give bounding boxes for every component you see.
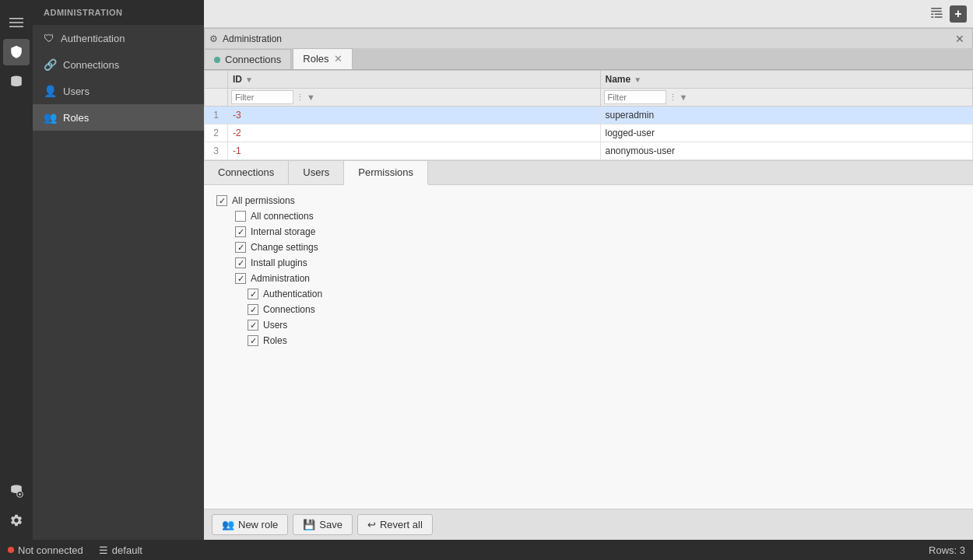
perm-item-all-permissions[interactable]: All permissions xyxy=(216,193,961,208)
list-view-icon[interactable] xyxy=(926,2,947,25)
perm-checkbox-users-perm[interactable] xyxy=(248,320,258,331)
main-content: + ⚙ Administration ✕ Connections Roles ✕ xyxy=(204,0,973,540)
sub-tab-connections[interactable]: Connections xyxy=(204,161,289,184)
perm-checkbox-all-connections[interactable] xyxy=(235,211,246,222)
data-table-container[interactable]: ID ▼ Name ▼ xyxy=(204,70,973,161)
tab-roles-label: Roles xyxy=(303,53,328,65)
id-cell: -3 xyxy=(228,107,601,124)
perm-checkbox-all-permissions[interactable] xyxy=(216,195,227,206)
sidebar-item-roles[interactable]: 👥 Roles xyxy=(33,104,204,131)
revert-button[interactable]: ↩ Revert all xyxy=(357,514,433,535)
id-filter-menu-icon[interactable]: ⋮ xyxy=(296,93,304,103)
perm-checkbox-change-settings[interactable] xyxy=(235,242,246,253)
id-column-header[interactable]: ID ▼ xyxy=(228,71,601,89)
name-column-header[interactable]: Name ▼ xyxy=(600,71,973,89)
svg-rect-8 xyxy=(931,8,942,9)
connection-status-label: Not connected xyxy=(18,544,83,556)
name-sort-arrow: ▼ xyxy=(634,75,641,84)
name-filter-cell: ⋮ ▼ xyxy=(600,89,973,107)
perm-item-connections-perm[interactable]: Connections xyxy=(216,302,961,317)
settings-icon[interactable] xyxy=(3,507,30,534)
name-filter-icon[interactable]: ▼ xyxy=(680,93,688,102)
tab-roles-close[interactable]: ✕ xyxy=(334,53,342,65)
table-body: 1 -3 superadmin 2 -2 logged-user 3 -1 an… xyxy=(205,107,973,160)
sidebar-item-label: Users xyxy=(63,86,90,97)
table-row[interactable]: 2 -2 logged-user xyxy=(205,124,973,142)
new-role-button[interactable]: 👥 New role xyxy=(212,514,288,535)
name-filter-input[interactable] xyxy=(604,90,666,104)
perm-item-authentication[interactable]: Authentication xyxy=(216,286,961,302)
window-close-button[interactable]: ✕ xyxy=(952,32,968,46)
name-cell: superadmin xyxy=(600,107,973,124)
id-filter-cell: ⋮ ▼ xyxy=(228,89,601,107)
tab-roles[interactable]: Roles ✕ xyxy=(293,48,352,69)
perm-label-all-connections: All connections xyxy=(251,211,314,222)
perm-item-roles-perm[interactable]: Roles xyxy=(216,333,961,348)
table-header-row: ID ▼ Name ▼ xyxy=(205,71,973,89)
id-filter-input[interactable] xyxy=(231,90,293,104)
window-area: ⚙ Administration ✕ Connections Roles ✕ xyxy=(204,28,973,509)
perm-label-install-plugins: Install plugins xyxy=(251,257,307,268)
perm-item-change-settings[interactable]: Change settings xyxy=(216,240,961,255)
sidebar-item-authentication[interactable]: 🛡 Authentication xyxy=(33,25,204,51)
perm-checkbox-connections-perm[interactable] xyxy=(248,304,258,315)
perm-label-all-permissions: All permissions xyxy=(232,195,295,206)
id-cell: -2 xyxy=(228,124,601,142)
perm-item-all-connections[interactable]: All connections xyxy=(216,208,961,224)
svg-rect-9 xyxy=(931,11,942,12)
schema-icon: ☰ xyxy=(99,544,108,556)
id-filter-icon[interactable]: ▼ xyxy=(307,93,315,102)
database-plugin-icon[interactable] xyxy=(3,478,30,504)
perm-checkbox-install-plugins[interactable] xyxy=(235,257,246,268)
svg-rect-2 xyxy=(9,26,23,28)
roles-icon: 👥 xyxy=(44,111,57,124)
save-icon: 💾 xyxy=(303,519,315,530)
users-icon: 👤 xyxy=(44,85,57,97)
tab-bar: Connections Roles ✕ xyxy=(204,48,973,70)
tab-connections[interactable]: Connections xyxy=(204,49,291,69)
perm-item-users-perm[interactable]: Users xyxy=(216,317,961,333)
table-row[interactable]: 1 -3 superadmin xyxy=(205,107,973,124)
perm-label-administration: Administration xyxy=(251,273,310,284)
schema-status: ☰ default xyxy=(99,544,142,556)
perm-label-internal-storage: Internal storage xyxy=(251,226,315,237)
perm-item-install-plugins[interactable]: Install plugins xyxy=(216,255,961,271)
data-area: ID ▼ Name ▼ xyxy=(204,70,973,509)
row-number: 1 xyxy=(205,107,228,124)
name-cell: logged-user xyxy=(600,124,973,142)
sub-tab-users[interactable]: Users xyxy=(289,161,344,184)
perm-checkbox-authentication[interactable] xyxy=(248,289,258,299)
shield-icon[interactable] xyxy=(3,39,30,65)
bottom-panel: Connections Users Permissions All permis… xyxy=(204,161,973,509)
perm-label-authentication: Authentication xyxy=(263,289,322,299)
perm-checkbox-administration[interactable] xyxy=(235,273,246,284)
perm-label-change-settings: Change settings xyxy=(251,242,318,253)
name-filter-menu-icon[interactable]: ⋮ xyxy=(669,93,677,103)
sub-tab-permissions[interactable]: Permissions xyxy=(344,161,428,185)
row-number: 2 xyxy=(205,124,228,142)
filter-row-spacer xyxy=(205,89,228,107)
perm-checkbox-internal-storage[interactable] xyxy=(235,226,246,237)
menu-icon[interactable] xyxy=(3,9,30,36)
perm-item-internal-storage[interactable]: Internal storage xyxy=(216,224,961,240)
id-sort-arrow: ▼ xyxy=(245,75,253,84)
action-bar: 👥 New role 💾 Save ↩ Revert all xyxy=(204,509,973,540)
database-icon[interactable] xyxy=(3,68,30,95)
perm-checkbox-roles-perm[interactable] xyxy=(248,335,258,346)
top-bar: + xyxy=(204,0,973,28)
sidebar-item-users[interactable]: 👤 Users xyxy=(33,78,204,104)
icon-bar xyxy=(0,0,33,540)
connection-status-dot xyxy=(8,547,14,553)
window-icon: ⚙ xyxy=(209,33,218,44)
sidebar-item-connections[interactable]: 🔗 Connections xyxy=(33,51,204,78)
sidebar: Administration 🛡 Authentication 🔗 Connec… xyxy=(33,0,204,540)
add-window-icon[interactable]: + xyxy=(950,5,967,23)
svg-rect-1 xyxy=(9,22,23,23)
table-row[interactable]: 3 -1 anonymous-user xyxy=(205,142,973,160)
sidebar-item-label: Roles xyxy=(63,112,89,124)
save-button[interactable]: 💾 Save xyxy=(293,514,353,535)
row-number: 3 xyxy=(205,142,228,160)
permissions-panel: All permissions All connections Internal… xyxy=(204,185,973,509)
perm-item-administration[interactable]: Administration xyxy=(216,271,961,286)
revert-icon: ↩ xyxy=(367,519,376,530)
